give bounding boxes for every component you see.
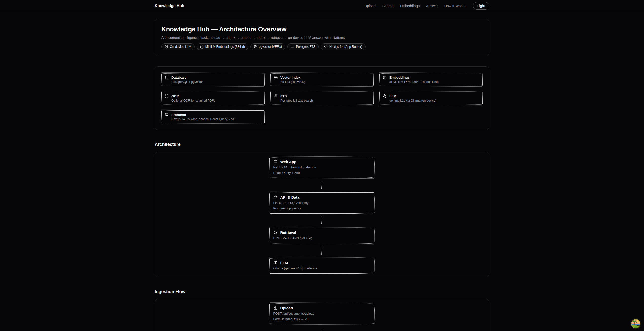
tech-grid: DatabasePostgreSQL + pgvectorVector Inde… <box>161 73 483 123</box>
badge-on-device-llm: On-device LLM <box>161 43 195 50</box>
message-square-icon <box>165 113 169 117</box>
database-icon <box>273 195 277 199</box>
theme-toggle-button[interactable]: Light <box>473 2 489 10</box>
shield-check-icon <box>165 45 168 49</box>
hash-icon <box>291 45 294 49</box>
tech-box-title: Frontend <box>171 113 186 117</box>
flow-node-description: FormData(file, title) → 202 <box>273 317 371 322</box>
hard-drive-icon <box>254 45 257 49</box>
tech-box-title: Database <box>171 76 186 79</box>
flow-node-title: Upload <box>280 306 293 310</box>
flow-node-upload: UploadPOST /api/documents/uploadFormData… <box>269 303 375 324</box>
flow-node-header: LLM <box>273 261 371 265</box>
architecture-heading: Architecture <box>155 142 489 147</box>
tech-box-title: Embeddings <box>389 76 410 79</box>
island-icon <box>631 319 641 329</box>
brand-title[interactable]: Knowledge Hub <box>155 4 184 8</box>
page-title: Knowledge Hub — Architecture Overview <box>161 25 483 33</box>
tech-box-title: Vector Index <box>280 76 300 79</box>
tech-box-title: OCR <box>171 94 179 98</box>
tech-box-embeddings: Embeddingsall-MiniLM-L6-v2 (384-d, norma… <box>379 73 483 86</box>
flow-node-title: Web App <box>280 160 296 164</box>
ingestion-diagram-card: UploadPOST /api/documents/uploadFormData… <box>155 299 489 331</box>
badge-minilm-embeddings-384-d: MiniLM Embeddings (384-d) <box>197 43 248 50</box>
nav-link-search[interactable]: Search <box>382 4 393 8</box>
flow-node-description: Next.js 14 + Tailwind + shadcn <box>273 165 371 170</box>
flow-connector <box>321 217 322 224</box>
tech-stack-card: DatabasePostgreSQL + pgvectorVector Inde… <box>155 66 489 130</box>
tech-box-vector-index: Vector IndexIVFFlat (lists=100) <box>270 73 374 86</box>
badge-label: MiniLM Embeddings (384-d) <box>205 45 245 49</box>
tech-box-ocr: OCROptional OCR for scanned PDFs <box>161 92 265 105</box>
tech-box-header: Embeddings <box>383 76 479 79</box>
flow-node-api-data: API & DataFlask API + SQLAlchemyPostgres… <box>269 192 375 214</box>
tech-box-frontend: FrontendNext.js 14, Tailwind, shadcn, Re… <box>161 110 265 123</box>
badge-next-js-14-app-router: Next.js 14 (App Router) <box>321 43 366 50</box>
flow-node-description: Ollama (gemma3:1b) on-device <box>273 266 371 271</box>
flow-node-header: Upload <box>273 306 371 310</box>
tech-box-header: Frontend <box>165 113 261 117</box>
top-navbar: Knowledge Hub UploadSearchEmbeddingsAnsw… <box>0 0 644 12</box>
brain-icon <box>200 45 204 49</box>
hero-card: Knowledge Hub — Architecture Overview A … <box>155 19 489 56</box>
flow-connector <box>321 328 322 331</box>
flow-node-title: API & Data <box>280 195 300 199</box>
tech-box-llm: LLMgemma3:1b via Ollama (on-device) <box>379 92 483 105</box>
badge-postgres-fts: Postgres FTS <box>287 43 318 50</box>
flow-node-header: Web App <box>273 160 371 164</box>
message-square-icon <box>273 160 277 164</box>
nav-link-how-it-works[interactable]: How It Works <box>444 4 465 8</box>
flow-node-retrieval: RetrievalFTS + Vector ANN (IVFFlat) <box>269 228 375 244</box>
architecture-diagram-card: Web AppNext.js 14 + Tailwind + shadcnRea… <box>155 152 489 277</box>
badge-label: pgvector IVFFlat <box>259 45 282 49</box>
tech-box-header: Vector Index <box>274 76 370 79</box>
flow-node-web-app: Web AppNext.js 14 + Tailwind + shadcnRea… <box>269 157 375 178</box>
badge-label: Postgres FTS <box>296 45 315 49</box>
flow-node-description: POST /api/documents/upload <box>273 312 371 316</box>
tech-box-description: Optional OCR for scanned PDFs <box>171 99 261 102</box>
nav-links: UploadSearchEmbeddingsAnswerHow It Works… <box>364 2 489 10</box>
hard-drive-icon <box>274 76 278 79</box>
tech-box-header: FTS <box>274 94 370 98</box>
brain-icon <box>273 261 277 265</box>
flow-node-header: API & Data <box>273 195 371 199</box>
tech-box-database: DatabasePostgreSQL + pgvector <box>161 73 265 86</box>
tech-box-header: Database <box>165 76 261 79</box>
brain-icon <box>383 76 387 79</box>
search-icon <box>273 231 277 235</box>
tech-box-description: IVFFlat (lists=100) <box>280 80 370 84</box>
flow-node-title: Retrieval <box>280 230 296 235</box>
upload-icon <box>273 306 277 310</box>
pixel-island-badge[interactable] <box>631 319 641 329</box>
flow-node-description: FTS + Vector ANN (IVFFlat) <box>273 236 371 241</box>
flow-connector <box>321 247 322 254</box>
flow-node-description: Flask API + SQLAlchemy <box>273 201 371 205</box>
nav-link-upload[interactable]: Upload <box>364 4 375 8</box>
scan-icon <box>165 94 169 98</box>
tech-box-fts: FTSPostgres full-text search <box>270 92 374 105</box>
tech-box-title: FTS <box>280 94 287 98</box>
tech-box-description: gemma3:1b via Ollama (on-device) <box>389 99 479 102</box>
tech-box-header: OCR <box>165 94 261 98</box>
code-icon <box>324 45 328 49</box>
main-content: Knowledge Hub — Architecture Overview A … <box>155 19 489 331</box>
flow-node-description: Postgres + pgvector <box>273 206 371 211</box>
tech-box-description: all-MiniLM-L6-v2 (384-d, normalized) <box>389 80 479 84</box>
ingestion-heading: Ingestion Flow <box>155 289 489 294</box>
badge-label: On-device LLM <box>170 45 191 49</box>
badge-pgvector-ivfflat: pgvector IVFFlat <box>250 43 285 50</box>
nav-link-embeddings[interactable]: Embeddings <box>400 4 420 8</box>
tech-box-title: LLM <box>389 94 396 98</box>
badge-row: On-device LLMMiniLM Embeddings (384-d)pg… <box>161 43 483 50</box>
timer-icon <box>383 94 387 98</box>
tech-box-description: Next.js 14, Tailwind, shadcn, React Quer… <box>171 117 261 121</box>
database-icon <box>165 76 169 79</box>
flow-node-description: React Query + Zod <box>273 171 371 175</box>
flow-connector <box>321 181 322 189</box>
tech-box-description: PostgreSQL + pgvector <box>171 80 261 84</box>
tech-box-description: Postgres full-text search <box>280 99 370 102</box>
page-subtitle: A document intelligence stack: upload → … <box>161 36 483 40</box>
nav-link-answer[interactable]: Answer <box>426 4 438 8</box>
flow-node-llm: LLMOllama (gemma3:1b) on-device <box>269 258 375 274</box>
hash-icon <box>274 94 278 98</box>
